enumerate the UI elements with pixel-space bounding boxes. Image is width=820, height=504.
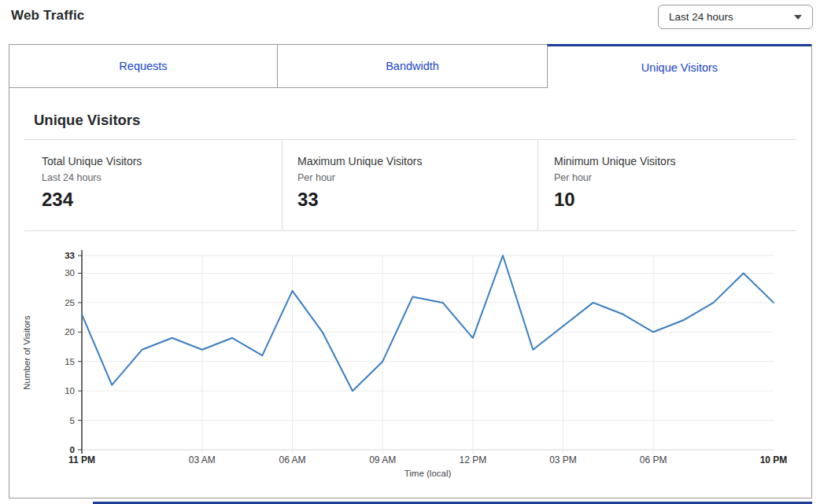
tab-requests[interactable]: Requests [9,44,277,88]
y-tick-label: 10 [65,386,75,395]
y-tick-label: 33 [65,251,75,260]
web-traffic-page: Web Traffic Last 24 hours Requests Bandw… [0,0,820,504]
stat-value: 234 [42,189,282,211]
stat-label: Maximum Unique Visitors [297,155,537,167]
chart-area: 0510152025303311 PM03 AM06 AM09 AM12 PM0… [9,231,813,503]
x-tick-label: 09 AM [369,454,396,465]
stat-label: Total Unique Visitors [42,155,282,167]
x-tick-label: 03 PM [549,454,577,465]
stat-sublabel: Last 24 hours [42,172,282,183]
section-title: Unique Visitors [34,112,811,129]
y-tick-label: 15 [65,357,75,366]
x-axis-title: Time (local) [404,469,452,478]
visitors-line-chart: 0510152025303311 PM03 AM06 AM09 AM12 PM0… [9,236,813,498]
web-traffic-panel: Requests Bandwidth Unique Visitors Uniqu… [9,44,812,498]
stat-label: Minimum Unique Visitors [554,155,811,167]
page-title: Web Traffic [11,8,85,24]
x-tick-label: 10 PM [760,454,788,465]
tab-requests-label: Requests [119,60,167,72]
x-tick-label: 11 PM [68,454,95,465]
stat-card-maximum-unique-visitors: Maximum Unique Visitors Per hour 33 [282,140,537,230]
tab-unique-visitors-label: Unique Visitors [641,61,718,74]
y-tick-label: 25 [65,298,75,307]
unique-visitors-series-line [82,256,774,391]
stat-card-minimum-unique-visitors: Minimum Unique Visitors Per hour 10 [537,140,811,230]
stat-card-total-unique-visitors: Total Unique Visitors Last 24 hours 234 [9,140,282,230]
stats-row: Total Unique Visitors Last 24 hours 234 … [9,140,811,230]
x-tick-label: 12 PM [459,454,486,465]
y-axis-title: Number of Visitors [22,315,31,390]
x-tick-label: 06 AM [279,454,306,465]
y-tick-label: 20 [65,327,75,337]
tab-bar: Requests Bandwidth Unique Visitors [9,44,811,88]
x-tick-label: 06 PM [640,454,667,465]
chevron-down-icon [794,15,802,20]
y-tick-label: 30 [65,268,75,278]
stat-value: 33 [297,189,537,211]
tab-unique-visitors[interactable]: Unique Visitors [547,44,811,88]
stat-sublabel: Per hour [554,172,811,183]
y-tick-label: 0 [70,445,75,454]
stat-sublabel: Per hour [297,172,537,183]
time-range-value: Last 24 hours [669,11,733,23]
time-range-select[interactable]: Last 24 hours [658,5,813,29]
x-tick-label: 03 AM [189,454,216,465]
y-tick-label: 5 [70,416,75,425]
stat-value: 10 [554,189,811,211]
tab-bandwidth[interactable]: Bandwidth [277,44,547,88]
tab-bandwidth-label: Bandwidth [386,60,439,72]
